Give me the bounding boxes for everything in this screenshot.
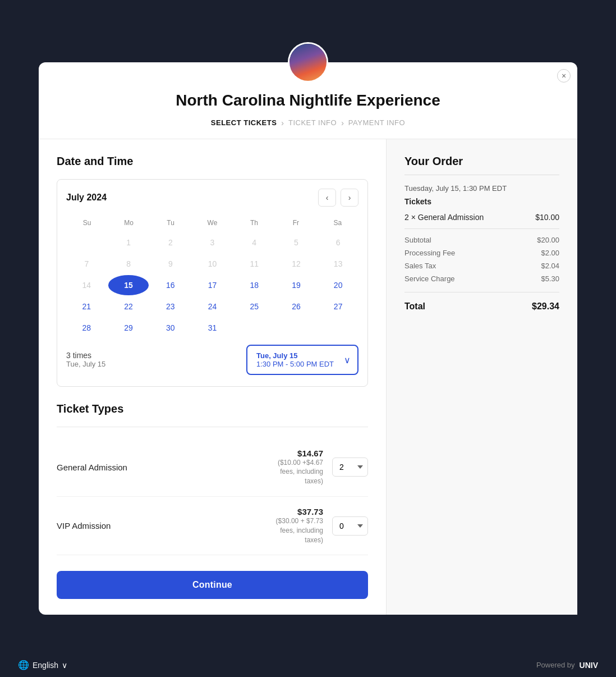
calendar-day[interactable]: 19 (276, 275, 317, 295)
order-total-value: $29.34 (532, 301, 559, 312)
close-button[interactable]: × (557, 69, 571, 83)
step-arrow-2: › (341, 118, 344, 127)
time-date: Tue, July 15 (66, 360, 105, 368)
calendar-day: 10 (192, 254, 233, 274)
order-date: Tuesday, July 15, 1:30 PM EDT (404, 184, 559, 193)
powered-by-label: Powered by (536, 661, 575, 669)
ticket-type-name-general: General Admission (57, 463, 278, 472)
fee-sales-tax-value: $2.04 (541, 262, 559, 270)
language-selector[interactable]: 🌐 English ∨ (18, 660, 67, 670)
ticket-types-section-title: Ticket Types (57, 402, 368, 415)
steps-nav: SELECT TICKETS › TICKET INFO › PAYMENT I… (61, 118, 555, 127)
calendar-nav: ‹ › (318, 189, 358, 207)
ticket-types-section: Ticket Types General Admission $14.67 ($… (57, 402, 368, 600)
calendar-day[interactable]: 23 (150, 296, 191, 317)
ticket-price-block-vip: $37.73 ($30.00 + $7.73fees, includingtax… (276, 507, 323, 545)
calendar-prev-button[interactable]: ‹ (318, 189, 336, 207)
order-fee-sales-tax: Sales Tax $2.04 (404, 262, 559, 270)
fee-sales-tax-label: Sales Tax (404, 262, 436, 270)
calendar-weekdays: SuMoTuWeThFrSa (66, 216, 358, 230)
quantity-select-general[interactable]: 0 1 2 3 4 5 (332, 458, 368, 477)
ticket-price-main-vip: $37.73 (276, 507, 323, 516)
calendar-days: 1234567891011121314151617181920212223242… (66, 232, 358, 338)
calendar-weekday: Mo (108, 216, 149, 230)
order-total: Total $29.34 (404, 292, 559, 312)
order-divider (404, 175, 559, 175)
calendar-weekday: We (191, 216, 233, 230)
order-fees: Subtotal $20.00 Processing Fee $2.00 Sal… (404, 228, 559, 283)
continue-button[interactable]: Continue (57, 571, 368, 599)
ticket-price-main-general: $14.67 (278, 449, 323, 458)
calendar-day: 1 (108, 232, 149, 253)
calendar-day[interactable]: 17 (192, 275, 233, 295)
calendar-day[interactable]: 15 (108, 275, 149, 295)
calendar-day: 14 (66, 275, 107, 295)
globe-icon: 🌐 (18, 660, 29, 670)
calendar-day[interactable]: 18 (234, 275, 275, 295)
ticket-price-block-general: $14.67 ($10.00 +$4.67fees, includingtaxe… (278, 449, 323, 486)
calendar-next-button[interactable]: › (341, 189, 358, 207)
time-dropdown-range: 1:30 PM - 5:00 PM EDT (256, 360, 348, 368)
time-dropdown-date: Tue, July 15 (256, 351, 348, 360)
calendar-day[interactable]: 22 (108, 296, 149, 317)
calendar-day: 2 (150, 232, 191, 253)
time-dropdown-chevron-icon: ∨ (344, 354, 351, 365)
time-dropdown[interactable]: Tue, July 15 1:30 PM - 5:00 PM EDT ∨ (246, 345, 358, 375)
calendar-day: 8 (108, 254, 149, 274)
order-ticket-line: 2 × General Admission $10.00 (404, 213, 559, 222)
calendar-day[interactable]: 26 (276, 296, 317, 317)
step-payment-info[interactable]: PAYMENT INFO (348, 118, 405, 127)
step-select-tickets[interactable]: SELECT TICKETS (211, 118, 277, 127)
calendar-day: 4 (234, 232, 275, 253)
calendar-day (318, 318, 358, 338)
calendar-weekday: Th (233, 216, 275, 230)
ticket-type-row-general: General Admission $14.67 ($10.00 +$4.67f… (57, 438, 368, 497)
calendar-day: 6 (318, 232, 358, 253)
calendar-day[interactable]: 31 (192, 318, 233, 338)
fee-service-charge-value: $5.30 (541, 275, 559, 283)
fee-service-charge-label: Service Charge (404, 275, 455, 283)
order-title: Your Order (404, 155, 559, 168)
ticket-types-divider (57, 427, 368, 427)
calendar-day[interactable]: 29 (108, 318, 149, 338)
event-title: North Carolina Nightlife Experience (61, 92, 555, 109)
calendar-day: 11 (234, 254, 275, 274)
time-selector-row: 3 times Tue, July 15 Tue, July 15 1:30 P… (66, 338, 358, 377)
calendar-day (234, 318, 275, 338)
calendar-day[interactable]: 30 (150, 318, 191, 338)
calendar-day[interactable]: 25 (234, 296, 275, 317)
fee-subtotal-value: $20.00 (537, 236, 559, 244)
language-label: English (33, 661, 58, 670)
order-fee-service-charge: Service Charge $5.30 (404, 275, 559, 283)
calendar-day[interactable]: 27 (318, 296, 358, 317)
modal-body: Date and Time July 2024 ‹ › SuMoTuWeThFr… (39, 139, 577, 615)
calendar-weekday: Sa (317, 216, 358, 230)
calendar-weekday: Su (66, 216, 108, 230)
date-time-section-title: Date and Time (57, 155, 368, 168)
ticket-type-row-vip: VIP Admission $37.73 ($30.00 + $7.73fees… (57, 497, 368, 555)
step-ticket-info[interactable]: TICKET INFO (288, 118, 337, 127)
calendar-day[interactable]: 16 (150, 275, 191, 295)
calendar-day: 9 (150, 254, 191, 274)
calendar-day: 7 (66, 254, 107, 274)
fee-subtotal-label: Subtotal (404, 236, 431, 244)
calendar-day[interactable]: 20 (318, 275, 358, 295)
calendar-day[interactable]: 24 (192, 296, 233, 317)
ticket-type-name-vip: VIP Admission (57, 521, 276, 530)
calendar-day: 3 (192, 232, 233, 253)
quantity-select-vip[interactable]: 0 1 2 3 4 5 (332, 516, 368, 536)
time-count: 3 times (66, 351, 105, 360)
calendar-day[interactable]: 21 (66, 296, 107, 317)
right-panel: Your Order Tuesday, July 15, 1:30 PM EDT… (387, 139, 577, 615)
language-chevron-icon: ∨ (62, 661, 67, 670)
left-panel: Date and Time July 2024 ‹ › SuMoTuWeThFr… (39, 139, 387, 615)
order-tickets-label: Tickets (404, 197, 559, 206)
calendar-header: July 2024 ‹ › (66, 189, 358, 207)
page-footer: 🌐 English ∨ Powered by UNIV (0, 653, 616, 677)
calendar-day (66, 232, 107, 253)
calendar-day[interactable]: 28 (66, 318, 107, 338)
calendar-grid: SuMoTuWeThFrSa 1234567891011121314151617… (66, 216, 358, 338)
calendar-day: 5 (276, 232, 317, 253)
calendar-weekday: Tu (150, 216, 191, 230)
calendar-day: 13 (318, 254, 358, 274)
